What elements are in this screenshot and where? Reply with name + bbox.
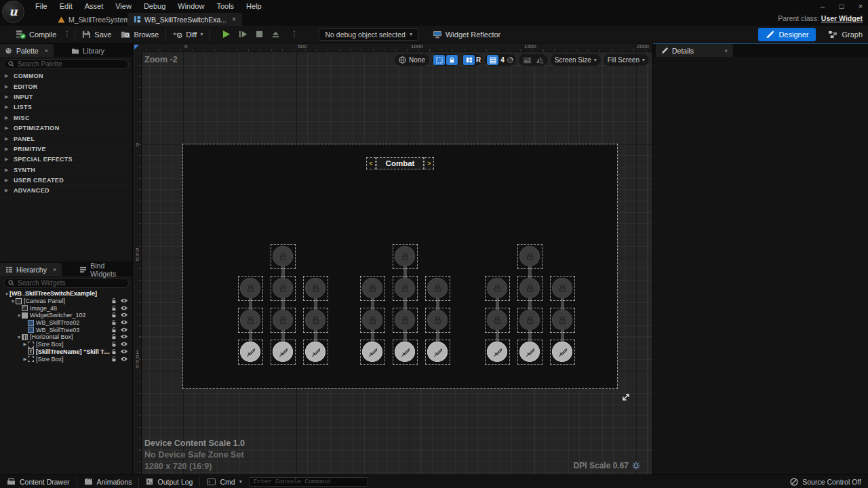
palette-category-advanced[interactable]: ▶ADVANCED	[0, 186, 132, 196]
resize-handle-icon[interactable]	[621, 392, 631, 402]
skill-node-sword[interactable]	[550, 340, 575, 365]
palette-category-synth[interactable]: ▶SYNTH	[0, 165, 132, 176]
expand-arrow-icon[interactable]: ▶	[22, 342, 28, 347]
visibility-eye-icon[interactable]	[120, 348, 128, 355]
visibility-eye-icon[interactable]	[120, 305, 128, 312]
console-command-input[interactable]	[249, 477, 368, 487]
fill-screen-dropdown[interactable]: Fill Screen ▾	[604, 54, 649, 66]
palette-search[interactable]	[3, 59, 129, 69]
gear-icon[interactable]	[632, 462, 640, 470]
maximize-button[interactable]: □	[837, 2, 846, 10]
step-button[interactable]	[239, 30, 248, 39]
hierarchy-row[interactable]: ▶[Size Box]	[0, 341, 132, 348]
expand-arrow-icon[interactable]: ▼	[16, 335, 22, 340]
menu-tools[interactable]: Tools	[211, 0, 239, 12]
skill-node-lock[interactable]	[360, 276, 385, 301]
preview-background-icon[interactable]	[523, 57, 532, 64]
hierarchy-row[interactable]: ▼[Canvas Panel]	[0, 298, 132, 305]
unlock-icon[interactable]	[111, 341, 117, 348]
next-tree-button[interactable]: >	[425, 157, 434, 169]
skill-node-lock[interactable]	[303, 308, 328, 333]
stop-button[interactable]	[256, 30, 263, 38]
skill-node-lock[interactable]	[393, 308, 418, 333]
skill-node-lock[interactable]	[517, 276, 542, 301]
palette-category-special-effects[interactable]: ▶SPECIAL EFFECTS	[0, 155, 132, 165]
skill-node-lock[interactable]	[485, 308, 510, 333]
skill-node-lock[interactable]	[425, 276, 450, 301]
skill-node-sword[interactable]	[425, 340, 450, 365]
menu-file[interactable]: File	[30, 0, 53, 12]
skill-node-lock[interactable]	[238, 276, 263, 301]
palette-category-input[interactable]: ▶INPUT	[0, 92, 132, 102]
palette-category-misc[interactable]: ▶MISC	[0, 113, 132, 123]
menu-debug[interactable]: Debug	[138, 0, 171, 12]
rotation-mode-label[interactable]: R	[476, 56, 481, 64]
menu-help[interactable]: Help	[241, 0, 267, 12]
compile-options-icon[interactable]: ⋮	[61, 30, 73, 39]
expand-arrow-icon[interactable]: ▶	[5, 136, 9, 142]
expand-arrow-icon[interactable]: ▶	[5, 125, 9, 131]
tab-palette[interactable]: Palette ×	[0, 44, 54, 57]
hierarchy-row[interactable]: Image_48	[0, 304, 132, 312]
skill-node-lock[interactable]	[303, 276, 328, 301]
unlock-icon[interactable]	[111, 298, 117, 304]
hierarchy-search[interactable]	[3, 278, 129, 288]
output-log-button[interactable]: Output Log	[139, 475, 199, 488]
tab-bind-widgets[interactable]: Bind Widgets	[74, 263, 132, 276]
skill-node-sword[interactable]	[271, 340, 296, 365]
expand-arrow-icon[interactable]: ▶	[5, 104, 9, 110]
cmd-dropdown[interactable]: Cmd ▾	[200, 475, 248, 488]
skill-node-lock[interactable]	[550, 276, 575, 301]
palette-category-user-created[interactable]: ▶USER CREATED	[0, 176, 132, 186]
expand-arrow-icon[interactable]: ▶	[5, 73, 9, 79]
flip-preview-icon[interactable]	[536, 57, 544, 64]
skill-node-sword[interactable]	[238, 340, 263, 365]
hierarchy-row[interactable]: ▼WidgetSwitcher_102	[0, 312, 132, 319]
hierarchy-row[interactable]: ▶[Size Box]	[0, 355, 132, 363]
visibility-eye-icon[interactable]	[120, 333, 128, 340]
compile-button[interactable]: Compile	[11, 27, 61, 42]
skill-node-lock[interactable]	[360, 308, 385, 333]
close-icon[interactable]: ×	[45, 47, 48, 54]
close-icon[interactable]: ×	[724, 47, 728, 54]
hierarchy-row[interactable]: ▼[WB_SkillTreeSwitchExample]	[0, 290, 132, 298]
visibility-eye-icon[interactable]	[120, 341, 128, 348]
grid-snap-size[interactable]: 4	[500, 56, 505, 64]
palette-category-optimization[interactable]: ▶OPTIMIZATION	[0, 123, 132, 134]
browse-button[interactable]: Browse	[116, 27, 163, 42]
graph-mode-button[interactable]: Graph	[828, 30, 863, 39]
hierarchy-row[interactable]: ▼[Horizontal Box]	[0, 333, 132, 341]
unlock-icon[interactable]	[111, 305, 117, 312]
skill-node-sword[interactable]	[517, 340, 542, 365]
expand-arrow-icon[interactable]: ▶	[5, 84, 9, 89]
debug-object-dropdown[interactable]: No debug object selected ▾	[319, 28, 418, 41]
tab-wb-skilltreeswitchexample[interactable]: WB_SkillTreeSwitchExa... ×	[127, 13, 242, 26]
skill-tree-title[interactable]: Combat	[376, 157, 424, 169]
menu-window[interactable]: Window	[172, 0, 210, 12]
skill-node-lock[interactable]	[485, 276, 510, 301]
eject-button[interactable]	[271, 30, 280, 39]
hierarchy-row[interactable]: WB_SkillTree03	[0, 326, 132, 333]
anchor-dropdown[interactable]: None	[395, 54, 429, 66]
visibility-eye-icon[interactable]	[120, 356, 128, 363]
menu-asset[interactable]: Asset	[79, 0, 109, 12]
skill-node-lock[interactable]	[393, 276, 418, 301]
skill-node-lock[interactable]	[425, 308, 450, 333]
play-button[interactable]	[222, 30, 231, 39]
unlock-icon[interactable]	[111, 333, 117, 340]
designer-mode-button[interactable]: Designer	[758, 28, 816, 41]
close-icon[interactable]: ×	[53, 266, 56, 273]
expand-arrow-icon[interactable]: ▶	[5, 178, 9, 183]
tab-hierarchy[interactable]: Hierarchy ×	[0, 263, 62, 276]
visibility-eye-icon[interactable]	[120, 327, 128, 333]
content-drawer-button[interactable]: Content Drawer	[0, 475, 77, 488]
unreal-logo-icon[interactable]: u	[2, 1, 24, 23]
animations-button[interactable]: Animations	[77, 475, 139, 488]
tab-close-icon[interactable]: ×	[232, 16, 236, 23]
skill-node-lock[interactable]	[271, 244, 296, 269]
skill-node-sword[interactable]	[360, 340, 385, 365]
hierarchy-row[interactable]: WB_SkillTree02	[0, 319, 132, 327]
rotate-snap-icon[interactable]	[507, 56, 514, 64]
unlock-icon[interactable]	[111, 327, 117, 333]
expand-arrow-icon[interactable]: ▶	[22, 357, 28, 362]
